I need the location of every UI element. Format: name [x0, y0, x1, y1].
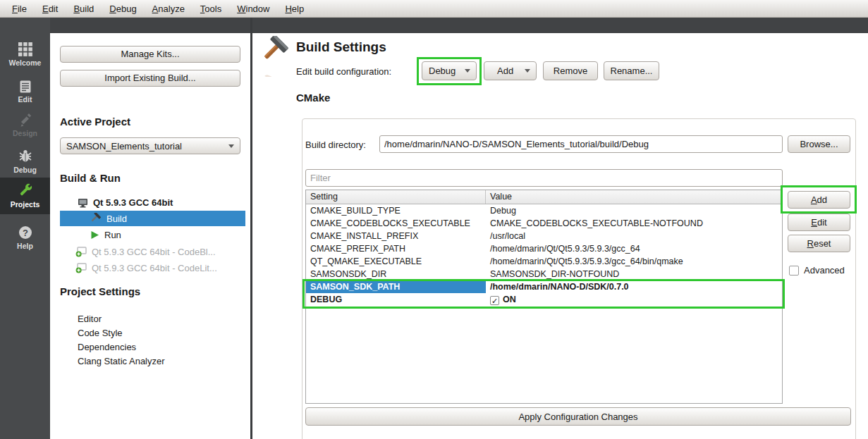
cmake-heading: CMake [296, 92, 330, 104]
top-toolbar-strip [0, 18, 868, 33]
menu-item-tools[interactable]: Tools [192, 1, 229, 16]
sidebar-item-projects[interactable]: Projects [0, 178, 50, 214]
setting-cell[interactable]: CMAKE_INSTALL_PREFIX [306, 230, 486, 242]
active-project-heading: Active Project [60, 116, 130, 128]
table-row[interactable]: CMAKE_BUILD_TYPEDebug [306, 204, 782, 217]
tree-item-run[interactable]: Run [90, 228, 121, 242]
welcome-grid-icon [18, 42, 33, 57]
setting-cell[interactable]: SAMSON_SDK_PATH [306, 280, 486, 293]
tree-item-kit-codelite[interactable]: Qt 5.9.3 GCC 64bit - CodeLit... [75, 261, 217, 275]
settings-item-editor[interactable]: Editor [78, 314, 102, 324]
settings-item-dependencies[interactable]: Dependencies [78, 342, 136, 352]
build-config-value: Debug [429, 66, 456, 76]
edit-variable-button[interactable]: Edit [788, 214, 850, 231]
kit-add-icon [75, 263, 87, 273]
sidebar-item-label: Help [0, 242, 50, 250]
value-cell[interactable]: /usr/local [486, 230, 782, 242]
value-cell[interactable]: CMAKE_CODEBLOCKS_EXECUTABLE-NOTFOUND [486, 217, 782, 230]
value-text: ON [503, 295, 516, 304]
build-settings-pane: Build Settings Edit build configuration:… [252, 33, 868, 439]
run-play-icon [90, 230, 99, 240]
active-project-value: SAMSON_Elements_tutorial [66, 141, 182, 152]
menu-item-help[interactable]: Help [277, 1, 312, 16]
table-row[interactable]: CMAKE_INSTALL_PREFIX/usr/local [306, 230, 782, 242]
sidebar-item-label: Debug [0, 166, 50, 174]
table-row[interactable]: QT_QMAKE_EXECUTABLE/home/dmarin/Qt/Qt5.9… [306, 255, 782, 268]
edit-document-icon [18, 80, 32, 94]
setting-cell[interactable]: CMAKE_BUILD_TYPE [306, 204, 486, 217]
sidebar-item-edit[interactable]: Edit [0, 75, 50, 108]
advanced-checkbox[interactable] [789, 266, 799, 276]
apply-configuration-button[interactable]: Apply Configuration Changes [305, 407, 851, 426]
cmake-table-body: CMAKE_BUILD_TYPEDebugCMAKE_CODEBLOCKS_EX… [306, 204, 782, 306]
active-project-select[interactable]: SAMSON_Elements_tutorial [60, 137, 240, 154]
setting-cell[interactable]: CMAKE_PREFIX_PATH [306, 242, 486, 255]
sidebar-item-label: Welcome [0, 58, 50, 67]
sidebar-item-label: Design [0, 129, 50, 137]
menu-item-file[interactable]: File [4, 1, 35, 16]
build-config-select[interactable]: Debug [422, 61, 477, 80]
sidebar-item-help[interactable]: ? Help [0, 221, 50, 254]
svg-text:?: ? [23, 228, 28, 238]
filter-input[interactable] [305, 169, 783, 187]
reset-variable-button[interactable]: Reset [788, 235, 850, 252]
sidebar-item-welcome[interactable]: Welcome [0, 37, 50, 71]
browse-button[interactable]: Browse... [788, 135, 850, 153]
kit-add-icon [75, 247, 87, 257]
build-directory-label: Build directory: [305, 140, 366, 150]
tree-item-build[interactable]: Build [60, 211, 245, 226]
build-settings-hammer-icon [258, 36, 291, 77]
menu-item-build[interactable]: Build [66, 1, 102, 16]
page-title: Build Settings [296, 39, 386, 55]
settings-item-clang-analyzer[interactable]: Clang Static Analyzer [78, 356, 165, 366]
menu-item-debug[interactable]: Debug [102, 1, 144, 16]
menu-item-edit[interactable]: Edit [35, 1, 66, 16]
import-existing-build-button[interactable]: Import Existing Build... [60, 70, 240, 87]
menu-item-window[interactable]: Window [229, 1, 277, 16]
qt-creator-window: FileEditBuildDebugAnalyzeToolsWindowHelp… [0, 0, 868, 439]
add-config-button[interactable]: Add [484, 61, 537, 80]
tree-item-label: Build [106, 214, 127, 224]
rename-config-button[interactable]: Rename... [604, 61, 659, 80]
design-pencil-icon [18, 113, 32, 128]
tree-item-kit-codeblocks[interactable]: Qt 5.9.3 GCC 64bit - CodeBl... [75, 245, 216, 259]
value-cell[interactable]: ✓ON [486, 293, 782, 306]
table-row[interactable]: SAMSON_SDK_PATH/home/dmarin/NANO-D/SDK/0… [306, 280, 782, 293]
chevron-down-icon [465, 69, 470, 73]
manage-kits-button[interactable]: Manage Kits... [60, 46, 240, 63]
table-row[interactable]: CMAKE_PREFIX_PATH/home/dmarin/Qt/Qt5.9.3… [306, 242, 782, 255]
advanced-label: Advanced [804, 265, 845, 276]
table-row[interactable]: DEBUG✓ON [306, 293, 782, 306]
settings-item-code-style[interactable]: Code Style [78, 328, 123, 338]
table-row[interactable]: SAMSONSDK_DIRSAMSONSDK_DIR-NOTFOUND [306, 268, 782, 280]
setting-cell[interactable]: SAMSONSDK_DIR [306, 268, 486, 280]
value-cell[interactable]: /home/dmarin/Qt/Qt5.9.3/5.9.3/gcc_64/bin… [486, 255, 782, 268]
setting-cell[interactable]: QT_QMAKE_EXECUTABLE [306, 255, 486, 268]
value-cell[interactable]: Debug [486, 204, 782, 217]
build-and-run-heading: Build & Run [60, 172, 121, 184]
setting-cell[interactable]: CMAKE_CODEBLOCKS_EXECUTABLE [306, 217, 486, 230]
sidebar-item-label: Edit [0, 95, 50, 104]
column-header-setting[interactable]: Setting [306, 190, 486, 204]
sidebar-item-debug[interactable]: Debug [0, 144, 50, 178]
add-variable-button[interactable]: Add [788, 191, 850, 209]
projects-wrench-icon [17, 182, 34, 199]
tree-item-label: Qt 5.9.3 GCC 64bit [93, 197, 173, 208]
menu-item-analyze[interactable]: Analyze [145, 1, 192, 16]
tree-item-kit[interactable]: Qt 5.9.3 GCC 64bit [78, 196, 173, 209]
help-question-icon: ? [18, 225, 33, 240]
remove-config-button[interactable]: Remove [543, 61, 598, 80]
value-cell[interactable]: /home/dmarin/NANO-D/SDK/0.7.0 [486, 280, 782, 293]
build-directory-input[interactable] [379, 135, 783, 153]
value-cell[interactable]: SAMSONSDK_DIR-NOTFOUND [486, 268, 782, 280]
column-header-value[interactable]: Value [486, 190, 782, 204]
setting-cell[interactable]: DEBUG [306, 293, 486, 306]
tree-item-label: Qt 5.9.3 GCC 64bit - CodeLit... [92, 263, 217, 273]
table-row[interactable]: CMAKE_CODEBLOCKS_EXECUTABLECMAKE_CODEBLO… [306, 217, 782, 230]
table-header[interactable]: Setting Value [306, 190, 782, 204]
sidebar-item-design: Design [0, 109, 50, 143]
value-cell[interactable]: /home/dmarin/Qt/Qt5.9.3/5.9.3/gcc_64 [486, 242, 782, 255]
value-checkbox[interactable]: ✓ [490, 296, 499, 305]
cmake-variables-table: Setting Value CMAKE_BUILD_TYPEDebugCMAKE… [305, 190, 783, 404]
advanced-row[interactable]: Advanced [789, 265, 845, 276]
